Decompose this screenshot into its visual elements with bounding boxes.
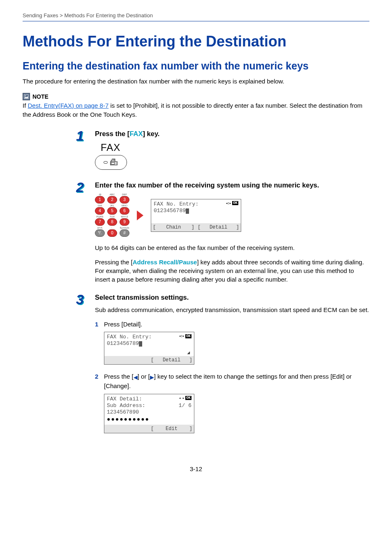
intro-text: The procedure for entering the destinati… (23, 77, 369, 86)
step-3-title: Select transmission settings. (95, 294, 369, 301)
step-number-3: 33 (76, 294, 89, 309)
lcd-screen-detail: ◂↕▸OK FAX No. Entry: 0123456789 ◢ Detail (104, 332, 194, 365)
page-title: Methods For Entering the Destination (23, 33, 369, 50)
step-number-1: 11 (76, 130, 89, 146)
arrow-right-icon: ▶ (150, 374, 154, 382)
lcd-password-dots: ●●●●●●●●●● (107, 416, 191, 423)
substep-2-text: Press the [◀] or [▶] key to select the i… (104, 372, 369, 391)
substep-1-text: Press [Detail]. (104, 320, 142, 329)
page-number: 3-12 (23, 465, 369, 472)
note-box: NOTE If Dest. Entry(FAX) on page 8-7 is … (23, 93, 369, 119)
section-title: Entering the destination fax number with… (23, 60, 369, 72)
svg-text:3: 3 (76, 294, 84, 307)
cursor-icon (186, 208, 189, 214)
ok-indicator: OK (185, 396, 191, 400)
step-2: 22 Enter the fax number of the receiving… (76, 181, 369, 289)
fax-key-label: FAX (101, 142, 369, 153)
step-2-para-2: Pressing the [Address Recall/Pause] key … (95, 258, 369, 284)
step-2-para-1: Up to 64 digits can be entered as the fa… (95, 243, 369, 252)
arrow-right-icon (137, 210, 143, 220)
keypad-key: 0 (107, 229, 117, 237)
header-rule (23, 21, 369, 21)
lcd-button-edit: Edit (149, 426, 194, 432)
cursor-icon (139, 341, 142, 347)
numeric-keypad-illustration: .@ABCDEF 123 GHIJKLMNO 456 PQRSTUVWXYZ 7… (95, 193, 129, 238)
lcd-line-2: 0123456789 (154, 208, 238, 214)
fax-machine-icon (109, 158, 118, 167)
substep-number: 1 (95, 320, 100, 329)
step-1: 11 Press the [FAX] key. FAX (76, 130, 369, 177)
step-3: 33 Select transmission settings. Sub add… (76, 294, 369, 441)
ok-indicator: OK (185, 334, 191, 338)
lcd-button-chain: Chain (151, 224, 196, 230)
more-indicator-icon: ◢ (187, 350, 190, 355)
keypad-key: # (120, 229, 129, 237)
lcd-line-2: Sub Address: (107, 402, 145, 409)
note-icon (23, 93, 30, 100)
svg-text:1: 1 (76, 130, 84, 143)
keypad-key: 2 (107, 196, 117, 204)
keypad-key: 5 (107, 207, 117, 215)
step-2-title: Enter the fax number of the receiving sy… (95, 181, 369, 189)
fax-keyword: FAX (129, 130, 143, 137)
dest-entry-link[interactable]: Dest. Entry(FAX) on page 8-7 (28, 102, 109, 109)
fax-hardware-button (95, 155, 127, 170)
nav-arrows-icon: ◂ ▸ (179, 396, 184, 400)
ok-indicator: OK (232, 201, 238, 205)
keypad-key: *⁄. (95, 229, 105, 237)
substep-number: 2 (95, 372, 100, 381)
keypad-key: 7 (95, 218, 105, 226)
lcd-line-2: 0123456789 (107, 340, 191, 347)
keypad-key: 4 (95, 207, 105, 215)
arrow-left-icon: ◀ (134, 374, 138, 382)
substep-2: 2 Press the [◀] or [▶] key to select the… (95, 372, 369, 391)
breadcrumb: Sending Faxes > Methods For Entering the… (23, 12, 369, 21)
keypad-key: 6 (120, 207, 129, 215)
keypad-key: 9 (120, 218, 129, 226)
note-label: NOTE (32, 93, 48, 100)
fax-led-icon (104, 161, 108, 164)
note-text: If Dest. Entry(FAX) on page 8-7 is set t… (23, 101, 369, 119)
svg-rect-4 (111, 162, 115, 164)
svg-point-1 (25, 95, 26, 96)
step-1-title: Press the [FAX] key. (95, 130, 369, 138)
lcd-button-detail: Detail (149, 357, 194, 363)
keypad-key: 8 (107, 218, 117, 226)
address-recall-keyword: Address Recall/Pause (133, 259, 197, 266)
step-3-intro: Sub address communication, encrypted tra… (95, 305, 369, 314)
nav-arrows-icon: ◂↕▸ (226, 201, 231, 206)
fax-key-illustration: FAX (95, 142, 369, 170)
step-number-2: 22 (76, 181, 89, 197)
lcd-screen-fax-detail: ◂ ▸OK FAX Detail: Sub Address: 1/ 6 1234… (104, 394, 194, 433)
substep-1: 1 Press [Detail]. (95, 320, 369, 329)
svg-text:2: 2 (76, 181, 84, 195)
nav-arrows-icon: ◂↕▸ (179, 334, 184, 338)
keypad-key: 1 (95, 196, 105, 204)
lcd-page-indicator: 1/ 6 (179, 402, 191, 409)
lcd-button-detail: Detail (196, 224, 241, 230)
lcd-screen-fax-entry: ◂↕▸OK FAX No. Entry: 0123456789 Chain De… (151, 199, 241, 232)
keypad-key: 3 (120, 196, 129, 204)
lcd-line-3: 1234567890 (107, 409, 191, 416)
